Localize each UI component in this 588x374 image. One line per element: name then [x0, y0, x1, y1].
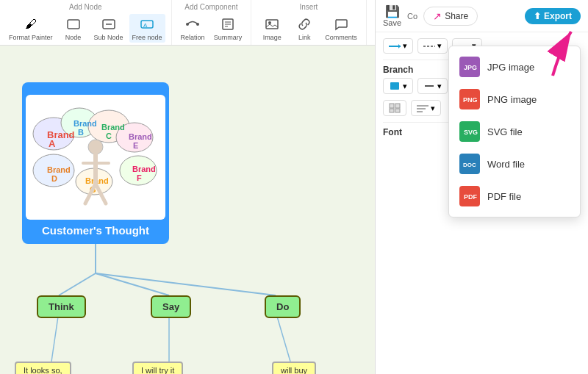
svg-text:A: A — [143, 22, 148, 29]
export-arrow-indicator — [516, 21, 575, 79]
comments-icon — [332, 15, 350, 33]
dropdown-item-svg[interactable]: SVG SVG file — [449, 115, 580, 148]
svg-line-14 — [59, 273, 96, 295]
node-do[interactable]: Do — [265, 295, 301, 318]
svg-rect-11 — [266, 20, 278, 29]
branch-fill-btn[interactable]: ▾ — [383, 78, 413, 94]
svg-rect-54 — [390, 82, 399, 90]
svg-text:Brand: Brand — [101, 123, 125, 132]
free-node-label: Free node — [132, 34, 162, 41]
png-icon: PNG — [459, 89, 480, 109]
svg-line-19 — [276, 312, 290, 362]
branch-line-btn[interactable]: ▾ — [417, 78, 448, 94]
toolbar-item-summary[interactable]: Summary — [211, 14, 245, 43]
toolbar-item-comments[interactable]: Comments — [322, 14, 360, 43]
node-try[interactable]: I will try it — [132, 362, 183, 374]
dropdown-item-word[interactable]: DOC Word file — [449, 148, 580, 180]
svg-rect-0 — [68, 20, 79, 29]
share-label: Share — [445, 11, 468, 21]
png-label: PNG image — [487, 94, 537, 105]
svg-text:PNG: PNG — [463, 96, 478, 104]
save-icon: 💾 — [385, 4, 400, 18]
node-try-label: I will try it — [141, 366, 174, 374]
toolbar-section-add-component: Add Component Relation Summary — [172, 0, 252, 45]
export-icon: ⬆ — [534, 11, 541, 21]
svg-line-15 — [96, 273, 169, 295]
toolbar-items-add-component: Relation Summary — [178, 14, 245, 43]
svg-text:Brand: Brand — [74, 119, 97, 128]
co-label: Co — [407, 12, 417, 21]
word-label: Word file — [487, 159, 525, 170]
main-node-image: Brand A Brand B Brand C Brand E Brand D … — [26, 95, 165, 220]
svg-rect-60 — [395, 104, 400, 108]
svg-rect-61 — [390, 109, 394, 112]
svg-text:E: E — [133, 141, 138, 150]
toolbar-item-node[interactable]: Node — [59, 14, 88, 43]
toolbar-item-free-node[interactable]: A Free node — [129, 14, 165, 43]
toolbar-items-insert: Image Link Comments — [257, 14, 360, 43]
node-buy-label: will buy — [281, 366, 307, 374]
node-looks[interactable]: It looks so, — [15, 362, 71, 374]
node-say[interactable]: Say — [151, 295, 191, 318]
toolbar-item-relation[interactable]: Relation — [178, 14, 208, 43]
section-title-add-node: Add Node — [69, 3, 101, 11]
toolbar-item-image[interactable]: Image — [257, 14, 287, 43]
line-style-btn-1[interactable]: ▾ — [383, 38, 413, 54]
comments-label: Comments — [325, 34, 357, 41]
relation-label: Relation — [181, 34, 205, 41]
share-button[interactable]: ↗ Share — [423, 7, 478, 26]
branch-align-btn[interactable]: ▾ — [411, 100, 441, 116]
dropdown-item-pdf[interactable]: PDF PDF file — [449, 180, 580, 212]
node-think-label: Think — [49, 301, 74, 312]
svg-text:D: D — [51, 174, 57, 183]
node-buy[interactable]: will buy — [272, 362, 316, 374]
sub-node-label: Sub Node — [94, 34, 123, 41]
toolbar-section-insert: Insert Image Link Comments — [251, 0, 367, 45]
line-style-btn-2[interactable]: ▾ — [417, 38, 448, 54]
toolbar-items-add-node: 🖌 Format Painter Node Sub Node A Free n — [6, 14, 165, 43]
main-node[interactable]: Brand A Brand B Brand C Brand E Brand D … — [22, 82, 169, 244]
svg-label: SVG file — [487, 126, 523, 137]
toolbar-item-format-painter[interactable]: 🖌 Format Painter — [6, 14, 56, 43]
link-icon — [295, 15, 313, 33]
node-say-label: Say — [162, 301, 179, 312]
node-icon — [65, 15, 82, 33]
export-label: Export — [544, 11, 572, 21]
summary-icon — [219, 15, 237, 33]
svg-point-6 — [196, 23, 199, 26]
link-label: Link — [298, 34, 311, 41]
dropdown-item-png[interactable]: PNG PNG image — [449, 83, 580, 115]
toolbar-item-link[interactable]: Link — [290, 14, 319, 43]
format-painter-icon: 🖌 — [22, 15, 40, 33]
free-node-icon: A — [138, 15, 156, 33]
summary-label: Summary — [214, 34, 243, 41]
svg-rect-59 — [390, 104, 394, 108]
jpg-icon: JPG — [459, 57, 480, 77]
section-title-add-component: Add Component — [184, 3, 237, 11]
svg-rect-62 — [395, 109, 400, 112]
node-looks-label: It looks so, — [24, 366, 62, 374]
format-painter-label: Format Painter — [9, 34, 53, 41]
node-think[interactable]: Think — [37, 295, 86, 318]
save-label: Save — [383, 18, 401, 27]
svg-text:SVG: SVG — [464, 129, 478, 136]
toolbar-section-add-node: Add Node 🖌 Format Painter Node Sub Node — [0, 0, 172, 45]
node-do-label: Do — [276, 301, 289, 312]
share-icon: ↗ — [433, 10, 442, 22]
svg-text:Brand: Brand — [47, 165, 71, 174]
image-label: Image — [263, 34, 282, 41]
svg-text:JPG: JPG — [464, 64, 477, 71]
branch-grid-btn[interactable] — [383, 100, 406, 116]
svg-text:DOC: DOC — [463, 162, 476, 168]
svg-text:Brand: Brand — [129, 132, 152, 141]
section-title-insert: Insert — [299, 3, 318, 11]
svg-text:PDF: PDF — [464, 193, 478, 201]
toolbar-item-sub-node[interactable]: Sub Node — [91, 14, 126, 43]
save-button[interactable]: 💾 Save — [383, 4, 401, 27]
svg-point-5 — [186, 23, 189, 26]
main-node-label: Customer's Thought — [42, 224, 149, 237]
svg-line-17 — [51, 312, 59, 362]
svg-text:C: C — [106, 132, 112, 140]
svg-text:F: F — [137, 173, 142, 182]
svg-icon: SVG — [459, 121, 480, 142]
